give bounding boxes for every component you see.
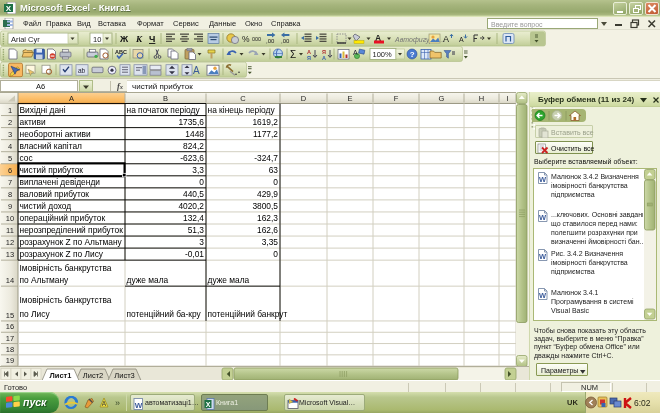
svg-text:A: A — [69, 94, 74, 103]
svg-text:дуже мала: дуже мала — [208, 275, 250, 285]
svg-text:необоротні активи: необоротні активи — [20, 129, 92, 139]
svg-text:по Лису: по Лису — [20, 309, 51, 319]
svg-text:H: H — [479, 94, 484, 103]
svg-text:B: B — [163, 94, 168, 103]
svg-text:429,9: 429,9 — [257, 189, 278, 199]
svg-text:W: W — [539, 213, 547, 222]
svg-text:0: 0 — [273, 249, 278, 259]
svg-text:операційний прибуток: операційний прибуток — [20, 213, 106, 223]
svg-text:9: 9 — [8, 202, 12, 211]
svg-text:A: A — [102, 400, 107, 407]
svg-text:10: 10 — [93, 35, 101, 44]
svg-text:»: » — [115, 398, 120, 408]
svg-text:A: A — [443, 34, 449, 44]
svg-text:3,3: 3,3 — [192, 165, 204, 175]
svg-text:на початок періоду: на початок періоду — [127, 105, 201, 115]
svg-text:Лист1: Лист1 — [50, 371, 72, 380]
svg-text:6: 6 — [8, 166, 12, 175]
svg-text:19: 19 — [6, 356, 14, 365]
svg-text:валовий прибуток: валовий прибуток — [20, 189, 90, 199]
svg-text:17: 17 — [6, 334, 14, 343]
svg-text:0: 0 — [273, 177, 278, 187]
svg-text:%: % — [242, 34, 250, 44]
svg-text:нерозпреділений прибуток: нерозпреділений прибуток — [20, 225, 124, 235]
svg-text:Вихідні дані: Вихідні дані — [20, 105, 66, 115]
svg-text:4020,2: 4020,2 — [178, 201, 204, 211]
svg-text:5: 5 — [8, 154, 12, 163]
svg-text:100%: 100% — [373, 50, 393, 59]
svg-text:розрахунок Z по Альтману: розрахунок Z по Альтману — [20, 237, 123, 247]
svg-text:1619,2: 1619,2 — [252, 117, 278, 127]
svg-text:8: 8 — [8, 190, 12, 199]
svg-text:4: 4 — [8, 142, 12, 151]
svg-text:0: 0 — [199, 177, 204, 187]
svg-text:Імовірність банкрутства: Імовірність банкрутства — [20, 263, 112, 273]
svg-text:D: D — [301, 94, 307, 103]
svg-text:1735,6: 1735,6 — [178, 117, 204, 127]
svg-text:1448: 1448 — [185, 129, 204, 139]
svg-text:A: A — [193, 65, 200, 76]
svg-text:,00: ,00 — [281, 38, 290, 44]
svg-text:162,3: 162,3 — [257, 213, 278, 223]
svg-text:3800,5: 3800,5 — [252, 201, 278, 211]
svg-text:12: 12 — [6, 238, 14, 247]
svg-text:на кінець періоду: на кінець періоду — [208, 105, 276, 115]
svg-text:Ж: Ж — [119, 34, 129, 44]
svg-text:63: 63 — [269, 165, 279, 175]
svg-text:E: E — [347, 94, 352, 103]
svg-text:10: 10 — [6, 214, 14, 223]
svg-text:C: C — [240, 94, 246, 103]
svg-text:000: 000 — [252, 36, 261, 42]
svg-text:18: 18 — [6, 345, 14, 354]
svg-text:G: G — [439, 94, 445, 103]
svg-text:сос: сос — [20, 153, 33, 163]
svg-text:2: 2 — [8, 118, 12, 127]
svg-text:по Альтману: по Альтману — [20, 275, 70, 285]
svg-text:ABC: ABC — [115, 49, 127, 55]
svg-text:-623,6: -623,6 — [180, 153, 204, 163]
svg-text:власний капітал: власний капітал — [20, 141, 83, 151]
svg-text:Ч: Ч — [149, 34, 155, 44]
svg-text:824,2: 824,2 — [183, 141, 204, 151]
svg-text:?: ? — [410, 50, 415, 59]
svg-text:3,35: 3,35 — [262, 237, 279, 247]
svg-text:1: 1 — [8, 106, 12, 115]
svg-text:11: 11 — [6, 226, 14, 235]
svg-text:дуже мала: дуже мала — [127, 275, 169, 285]
svg-text:потенційний ба-кру: потенційний ба-кру — [127, 309, 202, 319]
svg-text:Arial Cyr: Arial Cyr — [11, 35, 40, 44]
svg-text:1177,2: 1177,2 — [253, 129, 278, 139]
svg-text:активи: активи — [20, 117, 46, 127]
svg-text:К: К — [135, 34, 143, 44]
svg-text:Лист2: Лист2 — [83, 371, 103, 380]
svg-text:162,6: 162,6 — [257, 225, 278, 235]
svg-text:ab: ab — [78, 67, 86, 74]
svg-text:чистий прибуток: чистий прибуток — [20, 165, 84, 175]
svg-text:Лист3: Лист3 — [114, 371, 134, 380]
svg-text:13: 13 — [6, 250, 14, 259]
svg-text:W: W — [539, 291, 547, 300]
svg-text:чистий доход: чистий доход — [20, 201, 72, 211]
svg-text:X: X — [206, 400, 211, 407]
svg-text:15: 15 — [6, 311, 14, 320]
svg-text:виплачені девіденди: виплачені девіденди — [20, 177, 101, 187]
svg-text:розрахунок Z по Лису: розрахунок Z по Лису — [20, 249, 104, 259]
svg-text:I: I — [506, 94, 508, 103]
svg-text:W: W — [539, 252, 547, 261]
svg-text:,00: ,00 — [266, 38, 275, 44]
svg-text:-0,01: -0,01 — [185, 249, 204, 259]
svg-text:W: W — [135, 400, 143, 409]
svg-text:3: 3 — [8, 130, 12, 139]
svg-text:A: A — [353, 49, 358, 56]
svg-text:3: 3 — [199, 237, 204, 247]
svg-text:W: W — [539, 175, 547, 184]
svg-text:16: 16 — [6, 322, 14, 331]
svg-text:Імовірність банкрутства: Імовірність банкрутства — [20, 295, 112, 305]
svg-text:-324,7: -324,7 — [254, 153, 278, 163]
svg-text:14: 14 — [6, 276, 14, 285]
svg-text:Я: Я — [307, 55, 311, 61]
svg-text:потенційний банкрут: потенційний банкрут — [208, 309, 288, 319]
svg-text:A: A — [459, 36, 464, 43]
svg-text:51,3: 51,3 — [188, 225, 205, 235]
svg-text:F: F — [394, 94, 399, 103]
